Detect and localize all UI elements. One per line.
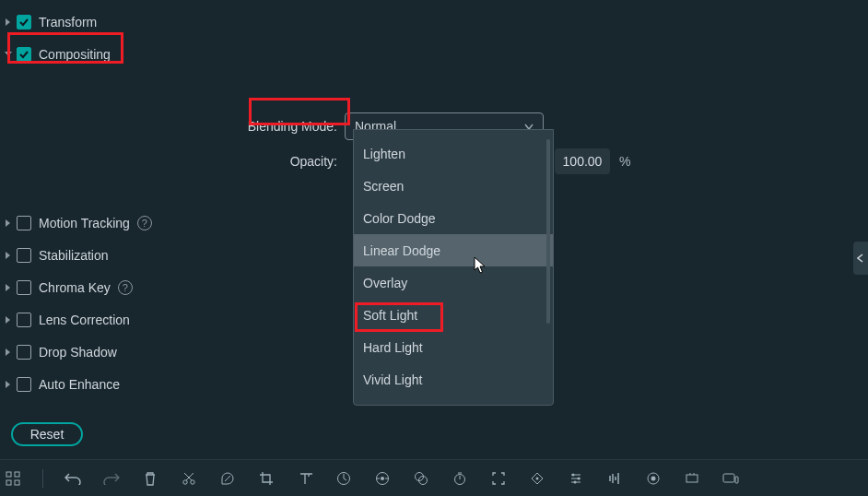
prop-label: Chroma Key [39,280,111,295]
prop-transform[interactable]: Transform [0,6,868,38]
blending-mode-label: Blending Mode: [0,119,345,134]
svg-point-15 [578,477,581,479]
record-icon[interactable] [644,469,663,488]
svg-rect-2 [6,480,11,485]
checkbox-compositing[interactable] [17,47,31,62]
dropdown-item-overlay[interactable]: Overlay [354,266,553,299]
caret-right-icon [2,346,15,359]
mask-icon[interactable] [528,469,546,488]
dropdown-item-hard-light[interactable]: Hard Light [354,331,553,363]
svg-rect-19 [686,475,698,482]
svg-point-18 [651,476,656,480]
presets-icon[interactable] [4,469,22,488]
prop-label: Motion Tracking [39,216,130,230]
checkbox-transform[interactable] [17,15,31,30]
fullscreen-icon[interactable] [489,469,508,488]
prop-label: Compositing [39,47,111,62]
prop-compositing[interactable]: Compositing [0,38,868,70]
caret-right-icon [2,378,15,391]
speed-icon[interactable] [334,469,353,488]
tag-icon[interactable] [218,469,237,488]
blending-mode-dropdown[interactable]: LightenScreenColor DodgeLinear DodgeOver… [353,129,554,406]
caret-right-icon [2,313,15,326]
opacity-label: Opacity: [0,154,345,169]
caret-right-icon [2,217,15,230]
scrollbar[interactable] [546,139,550,324]
crop-icon[interactable] [257,469,276,488]
opacity-value[interactable]: 100.00 [555,148,610,174]
svg-line-6 [225,476,230,481]
svg-rect-0 [6,472,11,477]
undo-icon[interactable] [64,469,82,488]
checkbox[interactable] [17,345,31,360]
bottom-toolbar [0,459,868,496]
export-icon[interactable] [683,469,701,488]
prop-label: Drop Shadow [39,345,117,360]
svg-point-16 [574,480,577,483]
prop-label: Transform [39,15,97,30]
delete-icon[interactable] [141,469,159,488]
svg-point-9 [381,477,384,480]
svg-rect-20 [723,474,734,482]
checkbox[interactable] [17,216,31,230]
audio-icon[interactable] [605,469,624,488]
reset-button[interactable]: Reset [11,422,83,446]
caret-right-icon [2,16,15,29]
caret-right-icon [2,281,15,294]
redo-icon[interactable] [102,469,121,488]
checkbox[interactable] [17,313,31,327]
svg-point-5 [191,479,194,483]
caret-down-icon [2,48,15,61]
dropdown-item-screen[interactable]: Screen [354,170,553,202]
device-icon[interactable] [721,469,740,488]
prop-label: Auto Enhance [39,377,120,392]
panel-collapse-handle[interactable] [853,242,868,275]
prop-label: Lens Correction [39,313,130,327]
percent-symbol: % [619,154,630,169]
adjust-icon[interactable] [567,469,585,488]
svg-rect-21 [735,477,738,483]
checkbox[interactable] [17,248,31,263]
svg-point-13 [536,477,539,479]
cut-icon[interactable] [180,469,198,488]
dropdown-item-linear-dodge[interactable]: Linear Dodge [354,234,553,266]
svg-rect-1 [15,472,19,477]
caret-right-icon [2,249,15,262]
duration-icon[interactable] [451,469,469,488]
dropdown-item-color-dodge[interactable]: Color Dodge [354,202,553,234]
svg-rect-3 [15,480,19,485]
help-icon[interactable]: ? [118,280,133,295]
checkbox[interactable] [17,280,31,295]
checkbox[interactable] [17,377,31,392]
dropdown-item-soft-light[interactable]: Soft Light [354,299,553,331]
dropdown-item-lighten[interactable]: Lighten [354,137,553,170]
dropdown-item-vivid-light[interactable]: Vivid Light [354,363,553,396]
svg-point-4 [183,479,187,483]
svg-point-14 [572,473,575,476]
keyframe-icon[interactable] [373,469,392,488]
text-icon[interactable] [296,469,314,488]
help-icon[interactable]: ? [137,216,152,230]
divider [42,469,43,488]
prop-label: Stabilization [39,248,109,263]
color-icon[interactable] [412,469,430,488]
